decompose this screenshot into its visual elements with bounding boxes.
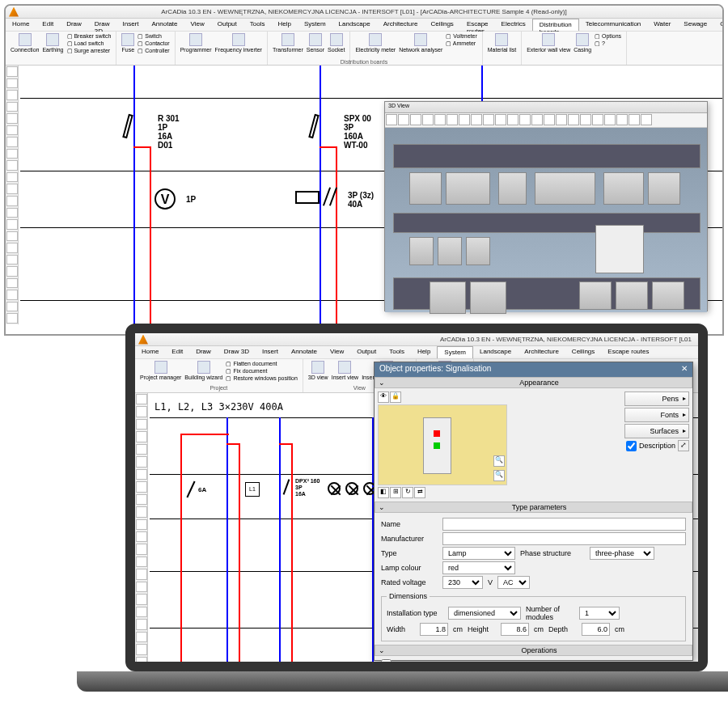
menu-item-home[interactable]: Home — [6, 19, 36, 31]
ribbon-casing[interactable]: Casing — [574, 33, 591, 53]
rotate-icon[interactable]: ↻ — [402, 487, 413, 498]
3d-tool-14[interactable] — [556, 114, 567, 125]
tool-button-2[interactable] — [6, 90, 18, 100]
appearance-header[interactable]: ⌄Appearance — [375, 377, 692, 388]
menu-item-tools[interactable]: Tools — [383, 346, 411, 358]
ribbon-3d-view[interactable]: 3D view — [308, 361, 328, 380]
tool-button-3[interactable] — [6, 102, 18, 112]
connect-auto-checkbox[interactable] — [381, 659, 392, 670]
3d-tool-1[interactable] — [398, 114, 409, 125]
menu-item-insert[interactable]: Insert — [116, 19, 145, 31]
3d-icon[interactable]: ◧ — [378, 487, 389, 498]
3d-tool-19[interactable] — [616, 114, 628, 125]
tool-button-21[interactable] — [6, 313, 18, 324]
ribbon-restore-windows-position[interactable]: ▢ Restore windows position — [226, 375, 297, 382]
ribbon-exterior-wall-view[interactable]: Exterior wall view — [527, 33, 570, 53]
chevron-down-icon[interactable]: ⌄ — [376, 379, 387, 387]
expand-icon[interactable]: ⤢ — [678, 440, 689, 451]
tool-button-21[interactable] — [136, 657, 147, 667]
lock-icon[interactable]: 🔒 — [390, 392, 401, 403]
grid-icon[interactable]: ⊞ — [390, 487, 401, 498]
tool-button-6[interactable] — [6, 137, 18, 147]
tool-button-15[interactable] — [6, 243, 18, 253]
menu-item-water[interactable]: Water — [647, 19, 677, 31]
tool-button-7[interactable] — [6, 149, 18, 159]
ribbon-switch[interactable]: ▢ Switch — [138, 33, 169, 40]
phase-select[interactable]: three-phase — [590, 547, 654, 560]
description-checkbox[interactable] — [626, 441, 637, 451]
ribbon-surge-arrester[interactable]: ▢ Surge arrester — [67, 48, 112, 54]
menu-item-electrics[interactable]: Electrics — [495, 19, 532, 31]
depth-field[interactable] — [582, 623, 610, 636]
ribbon-building-wizard[interactable]: Building wizard — [184, 361, 222, 382]
preview-toolbar-bottom[interactable]: ◧⊞↻⇄ — [378, 487, 507, 498]
3d-tool-3[interactable] — [422, 114, 434, 125]
colour-select[interactable]: red — [442, 561, 515, 574]
vertical-toolbar[interactable] — [6, 66, 19, 324]
menu-item-architecture[interactable]: Architecture — [377, 19, 425, 31]
3d-view-window[interactable]: 3D View — [384, 101, 708, 311]
tool-button-16[interactable] — [136, 594, 147, 604]
3d-tool-9[interactable] — [495, 114, 506, 125]
menu-item-draw-3d[interactable]: Draw 3D — [88, 19, 116, 31]
ribbon-load-switch[interactable]: ▢ Load switch — [67, 40, 112, 47]
tool-button-20[interactable] — [136, 644, 147, 654]
menu-item-system[interactable]: System — [298, 19, 332, 31]
ac-select[interactable]: AC — [497, 576, 530, 589]
tool-button-16[interactable] — [6, 255, 18, 265]
menu-item-draw[interactable]: Draw — [60, 19, 88, 31]
height-field[interactable] — [501, 623, 529, 636]
tool-button-2[interactable] — [136, 419, 147, 430]
tool-button-5[interactable] — [136, 456, 147, 467]
ribbon-fuse[interactable]: Fuse — [121, 33, 134, 54]
tool-button-11[interactable] — [6, 196, 18, 206]
tool-button-19[interactable] — [136, 632, 147, 642]
menu-item-escape-routes[interactable]: Escape routes — [601, 346, 655, 358]
3d-toolbar[interactable] — [385, 113, 707, 128]
menu-item-output[interactable]: Output — [211, 19, 243, 31]
modules-select[interactable]: 1 — [579, 607, 620, 620]
install-type-select[interactable]: dimensioned — [448, 607, 521, 620]
tool-button-3[interactable] — [136, 431, 147, 442]
3d-viewport[interactable] — [385, 128, 707, 312]
menu-item-system[interactable]: System — [437, 346, 473, 358]
menu-item-tools[interactable]: Tools — [243, 19, 272, 31]
3d-tool-15[interactable] — [568, 114, 579, 125]
menu-item-draw[interactable]: Draw — [189, 346, 218, 358]
ribbon-?[interactable]: ▢ ? — [595, 40, 621, 47]
tool-button-17[interactable] — [136, 607, 147, 617]
3d-tool-0[interactable] — [386, 114, 397, 125]
menu-item-edit[interactable]: Edit — [36, 19, 60, 31]
manufacturer-field[interactable] — [442, 532, 686, 545]
tool-button-11[interactable] — [136, 531, 147, 542]
ribbon-socket[interactable]: Socket — [328, 33, 345, 53]
zoom-out-icon[interactable]: 🔍 — [493, 470, 505, 481]
tool-button-12[interactable] — [6, 208, 18, 218]
3d-tool-18[interactable] — [604, 114, 616, 125]
tool-button-14[interactable] — [6, 231, 18, 242]
ribbon-programmer[interactable]: Programmer — [180, 33, 212, 53]
menu-bar[interactable]: HomeEditDrawDraw 3DInsertAnnotateViewOut… — [135, 346, 698, 359]
3d-tool-6[interactable] — [459, 114, 470, 125]
ribbon-transformer[interactable]: Transformer — [273, 33, 303, 53]
3d-tool-4[interactable] — [434, 114, 446, 125]
ribbon-breaker-switch[interactable]: ▢ Breaker switch — [67, 33, 112, 40]
3d-tool-5[interactable] — [447, 114, 458, 125]
menu-item-view[interactable]: View — [324, 346, 350, 358]
name-field[interactable] — [442, 518, 686, 531]
tool-button-9[interactable] — [136, 506, 147, 517]
fonts-button[interactable]: Fonts — [624, 408, 689, 422]
ribbon-voltmeter[interactable]: ▢ Voltmeter — [446, 33, 477, 40]
type-params-header[interactable]: ⌄Type parameters — [375, 502, 692, 513]
3d-tool-11[interactable] — [519, 114, 531, 125]
3d-tool-13[interactable] — [544, 114, 555, 125]
menu-item-help[interactable]: Help — [271, 19, 297, 31]
zoom-in-icon[interactable]: 🔍 — [493, 455, 505, 467]
ribbon-contactor[interactable]: ▢ Contactor — [138, 40, 169, 47]
menu-item-telecommunication[interactable]: Telecommunication — [579, 19, 647, 31]
tool-button-9[interactable] — [6, 172, 18, 183]
operations-header[interactable]: ⌄Operations — [375, 645, 692, 656]
menu-item-ceilings[interactable]: Ceilings — [424, 19, 459, 31]
menu-item-insert[interactable]: Insert — [256, 346, 285, 358]
tool-button-12[interactable] — [136, 544, 147, 554]
